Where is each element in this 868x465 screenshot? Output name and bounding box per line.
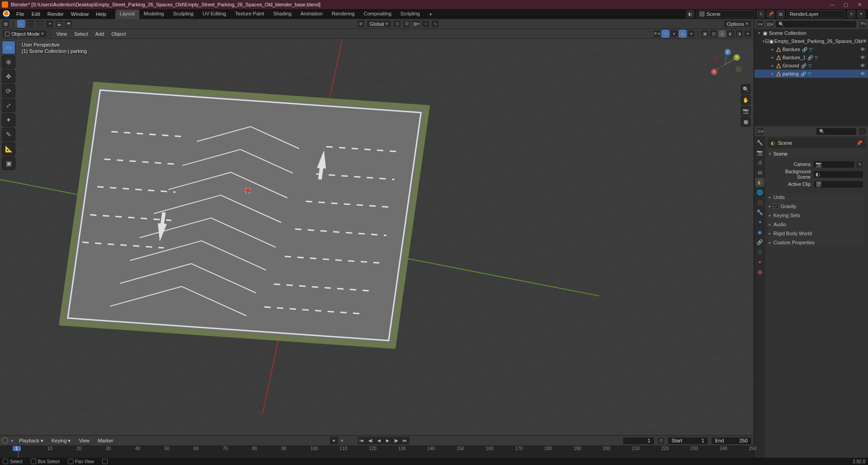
outliner-collection[interactable]: ▾☑▣ Empty_Street_Parking_26_Spaces_Old 👁 — [754, 37, 868, 45]
shading-matprev[interactable]: ◐ — [727, 30, 734, 38]
editor-type-icon[interactable]: ▦ — [2, 20, 10, 28]
select-menu[interactable]: Select — [71, 31, 91, 37]
scene-name-input[interactable]: Scene — [696, 10, 755, 18]
orientation-icon[interactable]: ⊕ — [357, 20, 365, 28]
bg-scene-input[interactable]: ◐ — [813, 171, 863, 178]
mesh-link-icon[interactable]: 🔗 — [801, 63, 806, 68]
tab-rendering[interactable]: Rendering — [327, 9, 359, 19]
outliner[interactable]: ▾▣ Scene Collection ▾☑▣ Empty_Street_Par… — [754, 29, 868, 126]
preview-range-toggle[interactable]: ⏱ — [657, 437, 665, 445]
ptab-constraints[interactable]: 🔗 — [755, 237, 764, 247]
nav-gizmo[interactable]: X Y Z — [709, 49, 741, 81]
frame-start-input[interactable]: Start1 — [668, 437, 708, 445]
tab-uv-editing[interactable]: UV Editing — [198, 9, 230, 19]
tool-rotate[interactable]: ⟳ — [2, 84, 15, 98]
ptab-tool[interactable]: 🔧 — [755, 138, 764, 147]
active-clip-input[interactable]: 🎬 — [813, 180, 863, 188]
mesh-link-icon[interactable]: 🔗 — [801, 71, 806, 76]
tab-compositing[interactable]: Compositing — [359, 9, 396, 19]
tool-scale[interactable]: ⤢ — [2, 99, 15, 112]
menu-help[interactable]: Help — [92, 9, 110, 19]
timeline-strip[interactable]: 1 11020304050607080901001101201301401501… — [0, 446, 754, 458]
select-mode-1[interactable]: ⬚ — [27, 20, 34, 28]
snap-target-icon[interactable]: ▦▾ — [412, 20, 420, 28]
mesh-data-icon[interactable]: ▽ — [815, 55, 818, 60]
maximize-button[interactable]: ▢ — [839, 2, 853, 8]
tl-menu-view[interactable]: View — [76, 438, 92, 443]
frame-end-input[interactable]: End250 — [711, 437, 752, 445]
timeline-editor-icon[interactable] — [2, 437, 8, 444]
tl-menu-keying[interactable]: Keying ▾ — [49, 438, 74, 444]
proportional-edit-toggle[interactable]: ○ — [422, 20, 429, 28]
select-tool-icon[interactable]: ▸ — [17, 20, 25, 28]
section-custom-props[interactable]: ▸Custom Properties — [768, 238, 865, 247]
camera-eyedropper[interactable]: ✎ — [856, 161, 863, 168]
menu-window[interactable]: Window — [67, 9, 92, 19]
camera-input[interactable]: 📷 — [813, 161, 855, 168]
add-menu[interactable]: Add — [92, 31, 108, 37]
visibility-eye-icon[interactable]: 👁 — [860, 71, 865, 76]
menu-file[interactable]: File — [13, 9, 28, 19]
scene-pin-button[interactable]: 📌 — [767, 10, 775, 18]
shading-dropdown[interactable]: ▾ — [744, 30, 752, 38]
gizmo-toggle[interactable]: ⊕ — [662, 30, 669, 38]
snap-toggle[interactable]: ⦿ — [403, 20, 410, 28]
ptab-modifiers[interactable]: 🔧 — [755, 208, 764, 217]
section-rigid-body[interactable]: ▸Rigid Body World — [768, 229, 865, 237]
autokey-toggle[interactable]: ● — [330, 437, 338, 444]
play-reverse[interactable]: ◀ — [375, 437, 383, 444]
mesh-data-icon[interactable]: ▽ — [809, 47, 813, 52]
section-gravity[interactable]: ▸Gravity — [768, 202, 865, 210]
mesh-data-icon[interactable]: ▽ — [808, 71, 811, 76]
outliner-item[interactable]: ▸Bardure_1🔗▽👁 — [754, 53, 868, 62]
pin-icon[interactable]: 📌 — [856, 140, 863, 146]
scene-panel-header[interactable]: ▾Scene — [768, 150, 865, 158]
visibility-eye-icon[interactable]: 👁 — [862, 38, 867, 44]
tab-layout[interactable]: Layout — [115, 9, 139, 19]
select-mode-4[interactable]: ⬓ — [55, 20, 63, 28]
mesh-link-icon[interactable]: 🔗 — [807, 55, 813, 60]
keyframe-next[interactable]: |▶ — [392, 437, 401, 444]
ptab-object[interactable]: ▢ — [755, 198, 764, 207]
tab-animation[interactable]: Animation — [296, 9, 327, 19]
pivot-point-icon[interactable]: ⊙ — [393, 20, 401, 28]
ortho-toggle-icon[interactable]: ▦ — [741, 117, 751, 127]
mesh-link-icon[interactable]: 🔗 — [802, 47, 807, 52]
menu-render[interactable]: Render — [44, 9, 67, 19]
tool-measure[interactable]: 📐 — [2, 142, 15, 156]
ptab-output[interactable]: 🖨 — [755, 158, 764, 167]
ptab-particles[interactable]: ✦ — [755, 218, 764, 227]
zoom-icon[interactable]: 🔍 — [741, 84, 751, 94]
ptab-texture[interactable]: ▦ — [755, 267, 764, 276]
close-button[interactable]: ✕ — [853, 2, 866, 8]
shading-rendered[interactable]: ◑ — [735, 30, 743, 38]
visibility-eye-icon[interactable]: 👁 — [860, 63, 865, 68]
mode-dropdown[interactable]: Object Mode▾ — [2, 30, 47, 38]
viewlayer-name-input[interactable]: RenderLayer — [787, 10, 845, 18]
section-units[interactable]: ▸Units — [768, 193, 865, 201]
outliner-root[interactable]: ▾▣ Scene Collection — [754, 29, 868, 37]
section-keying-sets[interactable]: ▸Keying Sets — [768, 211, 865, 219]
tab-add-workspace[interactable]: + — [424, 9, 437, 19]
visibility-eye-icon[interactable]: 👁 — [860, 55, 865, 60]
object-menu[interactable]: Object — [108, 31, 129, 37]
outliner-item[interactable]: ▸Bardure🔗▽👁 — [754, 45, 868, 53]
keyframe-prev[interactable]: ◀| — [367, 437, 375, 444]
viewlayer-browse-icon[interactable]: ▤ — [777, 10, 785, 18]
pan-icon[interactable]: ✋ — [741, 95, 751, 105]
outliner-display-mode[interactable]: ▤▾ — [766, 20, 773, 28]
properties-editor-icon[interactable]: ☰▾ — [756, 128, 764, 135]
tl-menu-marker[interactable]: Marker — [95, 438, 116, 443]
current-frame-input[interactable]: 1 — [623, 437, 654, 445]
ptab-data[interactable]: ▽ — [755, 247, 764, 256]
tool-move[interactable]: ✥ — [2, 70, 15, 83]
play-forward[interactable]: ▶ — [384, 437, 392, 444]
properties-search[interactable]: 🔍 — [816, 128, 857, 135]
visibility-toggle[interactable]: 👁▾ — [653, 30, 661, 38]
viewlayer-delete-button[interactable]: ✕ — [857, 10, 865, 18]
shading-wireframe[interactable]: ⊞ — [710, 30, 717, 38]
outliner-editor-icon[interactable]: ≡▾ — [756, 20, 764, 28]
outliner-search[interactable]: 🔍 — [775, 20, 857, 28]
select-mode-2[interactable]: ◯ — [36, 20, 44, 28]
tool-add-cube[interactable]: ▣ — [2, 157, 15, 170]
